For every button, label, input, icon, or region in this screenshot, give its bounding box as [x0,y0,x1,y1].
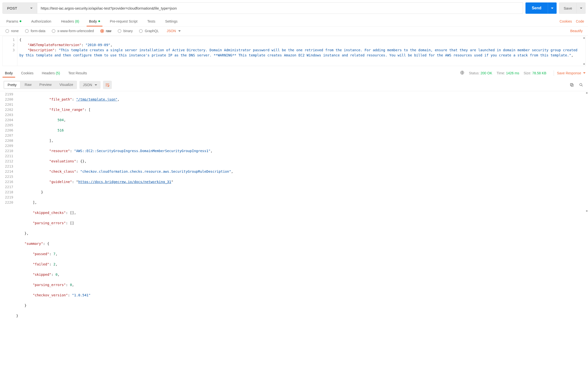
radio-none[interactable]: none [5,29,19,33]
radio-raw[interactable]: raw [100,29,112,33]
size-label: Size: [524,71,531,75]
view-pretty[interactable]: Pretty [4,81,20,89]
divider [554,70,554,76]
radio-form-data[interactable]: form-data [25,29,45,33]
wrap-lines-button[interactable] [103,81,112,89]
dot-indicator [20,20,21,22]
resp-tab-headers[interactable]: Headers (5) [39,67,63,79]
dot-indicator [98,20,100,22]
copy-icon[interactable] [568,81,575,88]
resp-tab-test-results[interactable]: Test Results [66,67,89,79]
view-preview[interactable]: Preview [36,81,56,89]
view-mode-segment: Pretty Raw Preview Visualize [3,81,77,89]
resp-tab-cookies[interactable]: Cookies [19,67,36,79]
time-value: 1426 ms [506,71,519,75]
tab-authorization[interactable]: Authorization [29,16,54,26]
line-gutter: 1 2 3 [3,36,17,66]
chevron-down-icon [580,8,582,9]
tab-body[interactable]: Body [87,16,102,26]
time-label: Time: [497,71,505,75]
save-button[interactable]: Save [559,2,577,14]
tab-tests[interactable]: Tests [145,16,158,26]
response-body-viewer[interactable]: 2199220022012202220322042205220622072208… [0,91,588,329]
chevron-down-icon [178,30,181,32]
chevron-down-icon [551,8,553,9]
method-label: POST [7,6,17,10]
code-link[interactable]: Code [576,19,584,23]
scrollbar[interactable] [583,36,585,66]
code-content[interactable]: { "AWSTemplateFormatVersion": "2010-09-0… [17,36,583,66]
tab-headers[interactable]: Headers(8) [59,16,82,26]
size-value: 78.58 KB [532,71,547,75]
tab-settings[interactable]: Settings [163,16,180,26]
url-input[interactable] [37,2,523,14]
save-dropdown[interactable] [577,2,586,14]
chevron-down-icon [583,72,586,74]
cookies-link[interactable]: Cookies [560,19,572,23]
tab-params[interactable]: Params [4,16,24,26]
response-line-gutter: 2199220022012202220322042205220622072208… [0,91,16,329]
beautify-link[interactable]: Beautify [570,29,583,33]
tab-prerequest[interactable]: Pre-request Script [107,16,140,26]
method-select[interactable]: POST [2,2,37,14]
send-dropdown[interactable] [548,2,557,14]
scrollbar[interactable] [586,91,588,329]
globe-icon[interactable] [460,70,464,76]
view-visualize[interactable]: Visualize [55,81,77,89]
radio-urlencoded[interactable]: x-www-form-urlencoded [52,29,94,33]
request-body-editor[interactable]: 1 2 3 { "AWSTemplateFormatVersion": "201… [2,36,586,66]
svg-point-3 [580,83,582,86]
response-content: "file_path": "/tmp/template.json", "file… [16,91,586,329]
save-response-button[interactable]: Save Response [557,71,586,75]
resp-tab-body[interactable]: Body [2,67,15,79]
send-button[interactable]: Send [525,2,548,14]
response-format-select[interactable]: JSON [79,81,100,89]
status-label: Status: [469,71,480,75]
search-icon[interactable] [578,81,585,88]
svg-rect-2 [570,83,573,86]
radio-graphql[interactable]: GraphQL [139,29,159,33]
chevron-down-icon [30,8,33,9]
body-format-select[interactable]: JSON [167,29,181,33]
view-raw[interactable]: Raw [21,81,36,89]
svg-rect-1 [571,84,573,86]
radio-binary[interactable]: binary [118,29,133,33]
status-value: 200 OK [481,71,492,75]
chevron-down-icon [95,84,97,86]
